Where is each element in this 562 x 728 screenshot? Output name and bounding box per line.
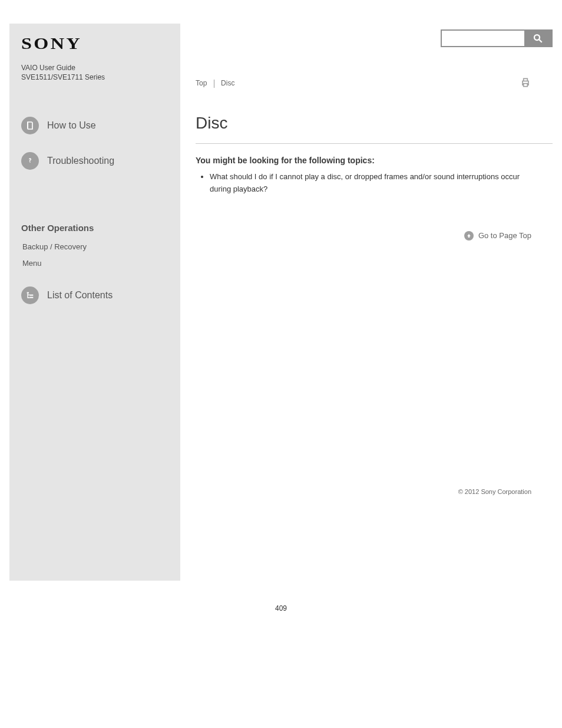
search-icon — [533, 33, 543, 44]
question-icon — [21, 152, 39, 170]
breadcrumb-separator — [214, 80, 214, 88]
arrow-up-icon — [464, 231, 474, 241]
main-content: Top Disc Disc You might be looking for t… — [180, 24, 553, 581]
top-bar — [196, 24, 553, 53]
nav-troubleshooting[interactable]: Troubleshooting — [21, 152, 168, 170]
go-to-top[interactable]: Go to Page Top — [196, 231, 531, 241]
list-item[interactable]: What should I do if I cannot play a disc… — [210, 171, 531, 196]
svg-line-4 — [539, 39, 542, 42]
breadcrumb-top[interactable]: Top — [196, 79, 207, 87]
svg-point-3 — [534, 35, 540, 40]
print-icon — [520, 77, 531, 88]
print-button[interactable] — [520, 77, 531, 90]
search-input[interactable] — [442, 31, 524, 46]
sidebar-link-menu[interactable]: Menu — [22, 258, 168, 269]
product-line: VAIO User Guide — [21, 64, 168, 72]
nav-item-label: List of Contents — [47, 290, 113, 301]
sidebar-link-backup-recovery[interactable]: Backup / Recovery — [22, 241, 168, 253]
title-rule — [196, 143, 553, 144]
product-series: SVE1511/SVE1711 Series — [21, 73, 168, 81]
article-subhead: You might be looking for the following t… — [196, 156, 553, 165]
nav-how-to-use[interactable]: How to Use — [21, 117, 168, 134]
svg-rect-6 — [524, 84, 528, 87]
nav-item-label: How to Use — [47, 120, 96, 131]
svg-rect-2 — [29, 297, 33, 298]
brand-logo: SONY — [21, 34, 191, 53]
breadcrumb-current: Disc — [221, 79, 234, 87]
list-tree-icon — [21, 286, 39, 304]
breadcrumb: Top Disc — [196, 79, 234, 88]
search-button[interactable] — [524, 31, 551, 46]
book-icon — [21, 117, 39, 134]
topic-list: What should I do if I cannot play a disc… — [196, 171, 531, 196]
page-number: 409 — [0, 604, 562, 612]
nav-item-label: Troubleshooting — [47, 156, 114, 166]
svg-rect-1 — [29, 295, 33, 296]
sidebar: SONY VAIO User Guide SVE1511/SVE1711 Ser… — [9, 24, 180, 581]
copyright: © 2012 Sony Corporation — [196, 488, 531, 495]
topic-link[interactable]: What should I do if I cannot play a disc… — [210, 172, 520, 193]
page-title: Disc — [196, 114, 553, 133]
svg-rect-0 — [27, 292, 29, 294]
search-box — [441, 29, 553, 47]
other-operations-heading: Other Operations — [21, 223, 168, 233]
nav-list-of-contents[interactable]: List of Contents — [21, 286, 168, 304]
go-to-top-label: Go to Page Top — [478, 231, 531, 240]
